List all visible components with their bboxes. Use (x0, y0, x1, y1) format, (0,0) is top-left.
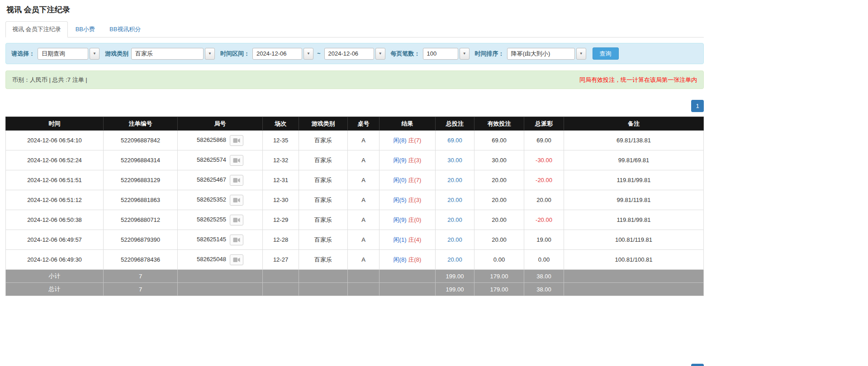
result-player: 闲(9) (394, 157, 407, 164)
page-button-1[interactable]: 1 (691, 100, 704, 112)
total-bet-link[interactable]: 69.00 (447, 137, 462, 144)
date-from-input[interactable]: 2024-12-06 (252, 48, 302, 60)
video-replay-icon-button[interactable] (230, 254, 243, 265)
cell-session: 12-29 (263, 210, 299, 230)
cell-total-bet: 20.00 (436, 230, 474, 250)
cell-table-no: A (348, 190, 379, 210)
cell-result: 闲(8)庄(7) (379, 131, 436, 150)
cell-session: 12-28 (263, 230, 299, 250)
cell-note: 69.81/138.81 (564, 131, 704, 150)
cell-session: 12-27 (263, 250, 299, 270)
page-button-1[interactable]: 1 (691, 364, 704, 366)
column-header: 场次 (263, 117, 299, 131)
search-button[interactable]: 查询 (593, 47, 619, 60)
cell-bet-id: 522096883129 (104, 170, 178, 190)
total-bet-link[interactable]: 20.00 (447, 177, 462, 183)
column-header: 注单编号 (104, 117, 178, 131)
sort-input[interactable]: 降幂(由大到小) (507, 48, 575, 60)
total-cell (564, 283, 704, 296)
cell-table-no: A (348, 250, 379, 270)
result-banker: 庄(3) (408, 197, 422, 203)
video-replay-icon-button[interactable] (230, 215, 243, 225)
cell-time: 2024-12-06 06:50:38 (6, 210, 104, 230)
cell-result: 闲(1)庄(4) (379, 230, 436, 250)
cell-result: 闲(9)庄(3) (379, 150, 436, 170)
caret-down-icon: ▼ (208, 52, 212, 56)
total-cell (299, 283, 348, 296)
video-replay-icon-button[interactable] (230, 235, 243, 245)
tab-bb-tips[interactable]: BB小费 (69, 21, 102, 38)
tab-bb-points[interactable]: BB视讯积分 (103, 21, 147, 38)
cell-valid-bet: 0.00 (474, 250, 524, 270)
currency-summary-text: 币别：人民币 | 总共 :7 注单 | (12, 76, 87, 84)
cell-time: 2024-12-06 06:49:57 (6, 230, 104, 250)
valid-bet-notice-text: 同局有效投注，统一计算在该局第一张注单内 (579, 76, 697, 84)
query-type-input[interactable]: 日期查询 (38, 48, 88, 60)
subtotal-cell (348, 270, 379, 283)
video-camera-icon (233, 178, 240, 183)
cell-total-bet: 20.00 (436, 250, 474, 270)
date-from-dropdown-button[interactable]: ▼ (304, 48, 313, 60)
game-type-input[interactable]: 百家乐 (131, 48, 204, 60)
date-separator: ~ (316, 50, 322, 57)
tab-betting-records[interactable]: 视讯 会员下注纪录 (5, 21, 68, 38)
total-cell: 199.00 (436, 283, 474, 296)
total-bet-link[interactable]: 30.00 (447, 157, 462, 164)
total-bet-link[interactable]: 20.00 (447, 197, 462, 203)
sort-combo: 降幂(由大到小) ▼ (507, 48, 586, 60)
cell-round-id: 582625467 (178, 170, 263, 190)
video-replay-icon-button[interactable] (230, 135, 243, 146)
round-id-text: 582625255 (197, 216, 226, 223)
cell-bet-id: 522096879390 (104, 230, 178, 250)
cell-table-no: A (348, 170, 379, 190)
filter-bar: 请选择： 日期查询 ▼ 游戏类别 百家乐 ▼ 时间区间： 2024-12-06 … (5, 43, 704, 64)
column-header: 结果 (379, 117, 436, 131)
betting-records-table: 时间注单编号局号场次游戏类别桌号结果总投注有效投注总派彩备注 2024-12-0… (5, 117, 704, 296)
cell-payout: 69.00 (524, 131, 564, 150)
cell-round-id: 582625868 (178, 131, 263, 150)
subtotal-cell (379, 270, 436, 283)
caret-down-icon: ▼ (307, 52, 310, 56)
cell-bet-id: 522096878436 (104, 250, 178, 270)
total-row: 总计7199.00179.0038.00 (6, 283, 704, 296)
round-id-text: 582625145 (197, 236, 226, 243)
video-replay-icon-button[interactable] (230, 175, 243, 186)
cell-game-type: 百家乐 (299, 250, 348, 270)
table-row: 2024-12-06 06:49:57 522096879390 5826251… (6, 230, 704, 250)
cell-game-type: 百家乐 (299, 131, 348, 150)
cell-bet-id: 522096887842 (104, 131, 178, 150)
cell-result: 闲(9)庄(0) (379, 210, 436, 230)
round-id-text: 582625352 (197, 196, 226, 203)
round-id-text: 582625467 (197, 176, 226, 183)
total-bet-link[interactable]: 20.00 (447, 216, 462, 223)
date-to-input[interactable]: 2024-12-06 (324, 48, 374, 60)
date-to-dropdown-button[interactable]: ▼ (375, 48, 385, 60)
page-container: 视讯 会员下注纪录 视讯 会员下注纪录 BB小费 BB视讯积分 请选择： 日期查… (5, 4, 704, 366)
cell-time: 2024-12-06 06:52:24 (6, 150, 104, 170)
game-type-dropdown-button[interactable]: ▼ (205, 48, 215, 60)
total-bet-link[interactable]: 20.00 (447, 236, 462, 243)
video-replay-icon-button[interactable] (230, 155, 243, 166)
game-type-label: 游戏类别 (105, 50, 128, 58)
caret-down-icon: ▼ (463, 52, 466, 56)
cell-round-id: 582625255 (178, 210, 263, 230)
page-size-dropdown-button[interactable]: ▼ (460, 48, 470, 60)
video-replay-icon-button[interactable] (230, 195, 243, 206)
select-type-label: 请选择： (11, 50, 35, 58)
sort-label: 时间排序： (475, 50, 504, 58)
subtotal-cell (263, 270, 299, 283)
query-type-dropdown-button[interactable]: ▼ (90, 48, 100, 60)
caret-down-icon: ▼ (379, 52, 382, 56)
sort-dropdown-button[interactable]: ▼ (576, 48, 586, 60)
cell-valid-bet: 20.00 (474, 170, 524, 190)
video-camera-icon (233, 197, 240, 203)
total-cell (379, 283, 436, 296)
subtotal-cell (299, 270, 348, 283)
query-type-combo: 日期查询 ▼ (38, 48, 100, 60)
subtotal-cell: 179.00 (474, 270, 524, 283)
page-size-input[interactable]: 100 (423, 48, 458, 60)
cell-game-type: 百家乐 (299, 230, 348, 250)
column-header: 总投注 (436, 117, 474, 131)
total-bet-link[interactable]: 20.00 (447, 256, 462, 263)
total-cell (348, 283, 379, 296)
